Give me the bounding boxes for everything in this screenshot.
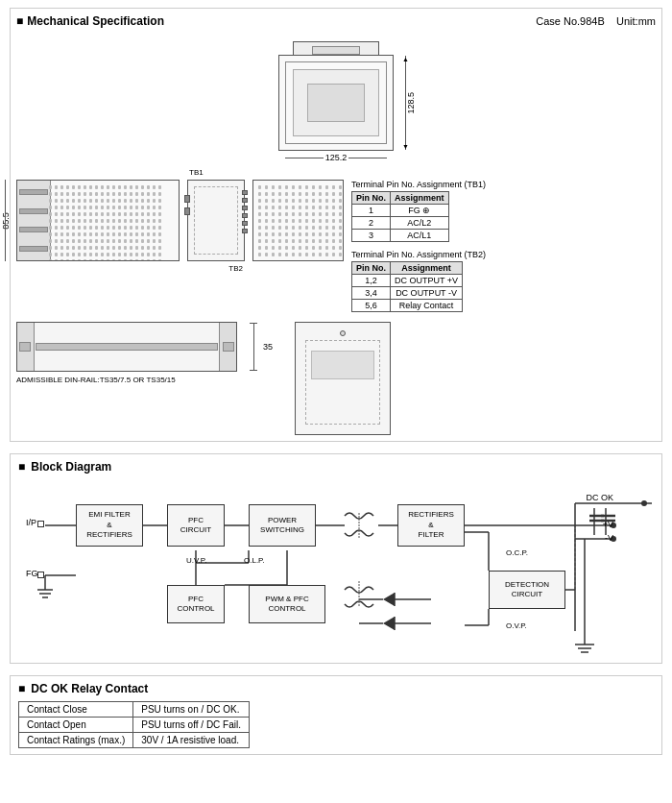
vent-hole [60, 185, 63, 189]
vent-hole [272, 206, 275, 209]
vent-hole [272, 199, 275, 203]
vent-hole [130, 199, 132, 203]
terminal-tables-container: Terminal Pin No. Assignment (TB1) Pin No… [351, 180, 486, 312]
middle-row: 85.5 TB1 [16, 180, 656, 312]
vent-hole [265, 246, 268, 250]
vent-hole [305, 253, 308, 256]
vent-hole [299, 232, 301, 236]
table-row: 3,4DC OUTPUT -V [352, 287, 463, 300]
vent-hole [265, 232, 268, 236]
vent-hole [325, 226, 328, 230]
dim-85-line [5, 180, 6, 261]
vent-hole [89, 239, 92, 243]
vent-hole [130, 226, 132, 230]
vent-hole [135, 232, 138, 236]
table-cell: FG ⊕ [391, 205, 449, 217]
vent-hole [319, 199, 322, 203]
device-component [311, 351, 374, 379]
vent-hole [60, 226, 63, 230]
vent-hole [339, 192, 342, 196]
vent-hole [130, 219, 132, 223]
tb1-header-pin: Pin No. [352, 192, 391, 205]
right-vent-grid [258, 185, 344, 260]
vent-hole [141, 219, 144, 223]
vent-hole [312, 185, 315, 189]
top-view-inner [293, 69, 379, 136]
din-clip-right [219, 323, 236, 371]
vent-hole [339, 246, 342, 250]
vent-hole [101, 232, 104, 236]
vent-hole [78, 219, 81, 223]
vent-hole [312, 212, 315, 216]
vent-hole [292, 192, 295, 196]
vent-hole [147, 239, 150, 243]
vent-hole [305, 206, 308, 209]
vent-hole [107, 232, 109, 236]
vent-hole [158, 246, 161, 250]
vent-hole [332, 219, 335, 223]
vent-hole [332, 199, 335, 203]
vent-hole [101, 192, 104, 196]
vent-hole [49, 239, 52, 243]
mech-section-icon: ■ [16, 14, 23, 28]
vent-hole [60, 212, 63, 216]
vent-hole [299, 239, 301, 243]
vent-hole [89, 185, 92, 189]
vent-hole [95, 239, 98, 243]
vent-hole [305, 199, 308, 203]
vent-hole [278, 192, 281, 196]
vent-hole [292, 206, 295, 209]
dim-128-line [405, 56, 406, 150]
vent-hole [112, 199, 115, 203]
vent-hole [285, 232, 288, 236]
vent-hole [319, 226, 322, 230]
vent-hole [72, 212, 75, 216]
vent-hole [55, 259, 58, 261]
vent-hole [153, 226, 156, 230]
vent-hole [118, 239, 121, 243]
table-cell: Relay Contact [391, 300, 463, 312]
vent-hole [278, 212, 281, 216]
vent-hole [135, 219, 138, 223]
vent-hole [339, 185, 342, 189]
vent-hole [78, 212, 81, 216]
vent-hole [339, 206, 342, 209]
din-rail-section: 35 ADMISSIBLE DIN-RAIL:TS35/7.5 OR TS35/… [16, 322, 247, 384]
vent-hole [72, 232, 75, 236]
vent-hole [278, 226, 281, 230]
vent-hole [272, 239, 275, 243]
vent-hole [278, 219, 281, 223]
vent-hole [101, 226, 104, 230]
side-conn-2 [184, 207, 190, 215]
vent-hole [118, 226, 121, 230]
vent-hole [158, 212, 161, 216]
side-conn-5 [242, 206, 248, 210]
vent-hole [107, 206, 109, 209]
vent-hole [325, 212, 328, 216]
block-diagram-section: ■ Block Diagram [10, 453, 662, 664]
vent-hole [89, 212, 92, 216]
vent-hole [258, 219, 261, 223]
vent-hole [339, 199, 342, 203]
minus-v-label: -V [605, 533, 613, 543]
vent-hole [84, 226, 86, 230]
vent-hole [158, 192, 161, 196]
table-row: 1,2DC OUTPUT +V [352, 275, 463, 287]
vent-hole [153, 192, 156, 196]
vent-hole [305, 192, 308, 196]
vent-hole [339, 232, 342, 236]
din-rail-label: ADMISSIBLE DIN-RAIL:TS35/7.5 OR TS35/15 [16, 376, 247, 384]
block-power-switching: POWERSWITCHING [249, 504, 316, 547]
vent-hole [312, 206, 315, 209]
vent-hole [95, 232, 98, 236]
connector-2 [19, 208, 48, 214]
table-row: Contact Ratings (max.)30V / 1A resistive… [19, 733, 250, 748]
table-cell: PSU turns off / DC Fail. [133, 718, 250, 733]
drawings-area: 128.5 ▲ ▼ 125.2 [16, 32, 656, 435]
vent-hole [278, 239, 281, 243]
vent-hole [124, 232, 127, 236]
vent-hole [49, 246, 52, 250]
vent-hole [292, 232, 295, 236]
case-unit-info: Case No.984B Unit:mm [536, 15, 656, 27]
vent-hole [325, 206, 328, 209]
